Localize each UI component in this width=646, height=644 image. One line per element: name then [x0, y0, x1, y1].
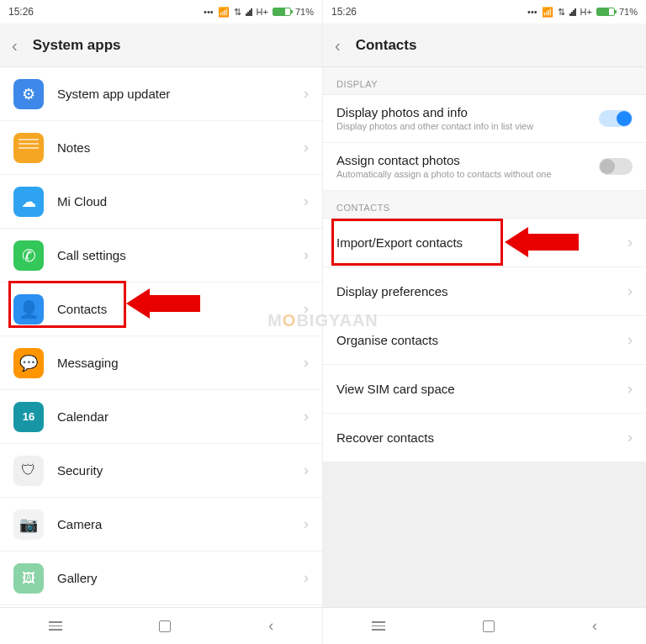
gear-icon: ⚙ [13, 79, 44, 109]
section-contacts: CONTACTS [323, 191, 646, 219]
battery-pct: 71% [619, 7, 638, 17]
row-display-photos-info[interactable]: Display photos and info Display photos a… [323, 95, 646, 143]
row-label: Call settings [57, 248, 304, 262]
battery-icon [273, 8, 291, 16]
back-nav-icon[interactable]: ‹ [592, 617, 597, 635]
row-title: Display photos and info [336, 105, 599, 119]
arrow-import-export [505, 227, 579, 257]
row-label: Calendar [57, 409, 304, 424]
chevron-right-icon: › [627, 380, 633, 398]
chevron-right-icon: › [304, 354, 309, 372]
chevron-right-icon: › [304, 193, 309, 210]
row-title: View SIM card space [336, 382, 621, 396]
gallery-icon: 🖼 [13, 563, 44, 594]
row-system-app-updater[interactable]: ⚙ System app updater › [0, 67, 322, 121]
camera-icon: 📷 [13, 509, 44, 540]
row-calendar[interactable]: 16 Calendar › [0, 390, 322, 444]
updown-icon: ⇅ [234, 7, 241, 18]
toggle-display-photos[interactable] [599, 110, 633, 127]
header: ‹ System apps [0, 24, 322, 67]
shield-icon: 🛡 [13, 456, 44, 486]
chevron-right-icon: › [304, 515, 309, 533]
row-label: Camera [57, 517, 304, 531]
highlight-contacts [8, 281, 126, 328]
notes-icon [13, 133, 44, 163]
signal-icon [569, 8, 576, 16]
recents-icon[interactable] [372, 621, 385, 631]
row-assign-contact-photos[interactable]: Assign contact photos Automatically assi… [323, 143, 646, 191]
chevron-right-icon: › [304, 300, 309, 318]
chevron-right-icon: › [304, 408, 309, 425]
row-notes[interactable]: Notes › [0, 121, 322, 175]
row-call-settings[interactable]: ✆ Call settings › [0, 229, 322, 282]
chevron-right-icon: › [627, 282, 633, 300]
home-icon[interactable] [483, 620, 495, 632]
toggle-assign-photos[interactable] [599, 158, 633, 175]
chevron-right-icon: › [304, 139, 309, 156]
network-type: H+ [257, 7, 268, 17]
chevron-right-icon: › [304, 85, 309, 103]
chat-icon: 💬 [13, 348, 44, 378]
row-subtitle: Automatically assign a photo to contacts… [336, 169, 599, 180]
more-icon: ••• [204, 7, 214, 17]
row-messaging[interactable]: 💬 Messaging › [0, 336, 322, 390]
nav-bar: ‹ [0, 607, 322, 644]
chevron-right-icon: › [627, 331, 633, 349]
page-title: Contacts [356, 37, 417, 54]
row-subtitle: Display photos and other contact info in… [336, 121, 599, 132]
row-label: Notes [57, 140, 304, 155]
nav-bar: ‹ [323, 607, 646, 644]
row-camera[interactable]: 📷 Camera › [0, 498, 322, 552]
row-label: System app updater [57, 87, 304, 101]
signal-icon [246, 8, 252, 16]
chevron-right-icon: › [304, 246, 309, 264]
row-title: Assign contact photos [336, 153, 599, 167]
row-mi-cloud[interactable]: ☁ Mi Cloud › [0, 175, 322, 229]
page-title: System apps [33, 37, 121, 54]
row-label: Messaging [57, 356, 304, 370]
more-icon: ••• [527, 7, 537, 17]
updown-icon: ⇅ [558, 7, 565, 18]
recents-icon[interactable] [49, 621, 62, 631]
chevron-right-icon: › [304, 569, 309, 587]
battery-icon [596, 8, 615, 16]
row-view-sim-space[interactable]: View SIM card space › [323, 365, 646, 414]
clock: 15:26 [8, 6, 34, 18]
header: ‹ Contacts [323, 24, 646, 67]
chevron-right-icon: › [627, 429, 633, 446]
status-bar: 15:26 ••• 📶 ⇅ H+ 71% [0, 0, 322, 24]
chevron-right-icon: › [627, 234, 633, 251]
row-gallery[interactable]: 🖼 Gallery › [0, 552, 322, 605]
status-bar: 15:26 ••• 📶 ⇅ H+ 71% [323, 0, 646, 24]
back-nav-icon[interactable]: ‹ [268, 617, 273, 635]
network-type: H+ [580, 7, 592, 17]
phone-icon: ✆ [13, 240, 44, 271]
chevron-right-icon: › [304, 462, 309, 479]
row-label: Security [57, 463, 304, 478]
wifi-icon: 📶 [542, 7, 553, 18]
row-title: Organise contacts [336, 333, 621, 347]
section-display: DISPLAY [323, 67, 646, 95]
back-icon[interactable]: ‹ [12, 37, 18, 54]
highlight-import-export [331, 219, 503, 266]
calendar-icon: 16 [13, 402, 44, 432]
battery-pct: 71% [295, 7, 314, 17]
row-organise-contacts[interactable]: Organise contacts › [323, 316, 646, 365]
cloud-icon: ☁ [13, 187, 44, 217]
clock: 15:26 [331, 6, 357, 18]
row-label: Gallery [57, 571, 304, 585]
home-icon[interactable] [159, 620, 171, 632]
row-security[interactable]: 🛡 Security › [0, 444, 322, 498]
row-label: Mi Cloud [57, 194, 304, 209]
row-title: Recover contacts [336, 430, 621, 445]
row-recover-contacts[interactable]: Recover contacts › [323, 414, 646, 462]
row-display-preferences[interactable]: Display preferences › [323, 267, 646, 316]
arrow-contacts [126, 288, 200, 319]
wifi-icon: 📶 [218, 7, 230, 18]
back-icon[interactable]: ‹ [335, 37, 341, 54]
row-title: Display preferences [336, 284, 621, 298]
